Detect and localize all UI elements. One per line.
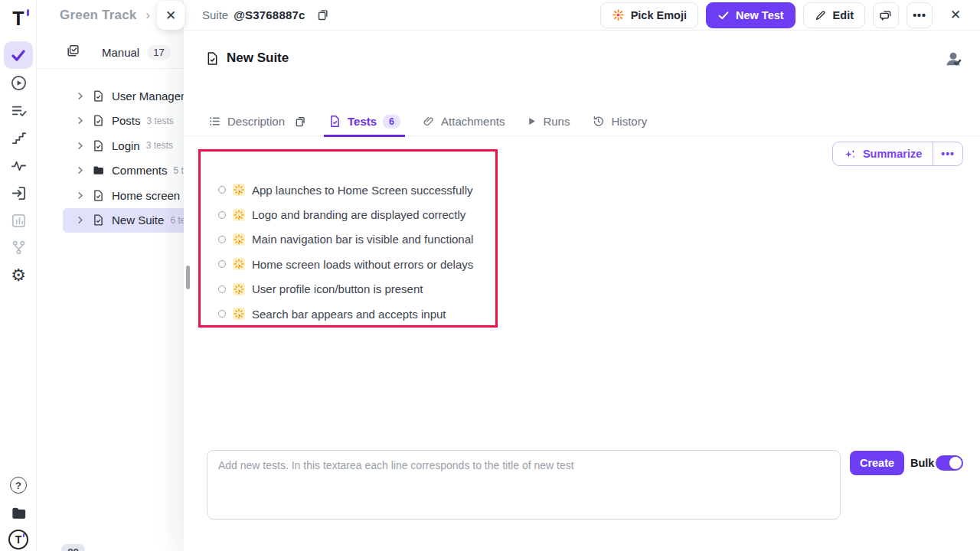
test-row[interactable]: Logo and branding are displayed correctl… [218, 202, 473, 227]
test-row[interactable]: User profile icon/button is present [218, 277, 473, 302]
collision-emoji-icon [233, 283, 245, 295]
test-title[interactable]: Logo and branding are displayed correctl… [252, 208, 466, 221]
close-panel-button[interactable]: ✕ [943, 3, 968, 28]
project-name[interactable]: Green Track [60, 8, 136, 23]
test-row[interactable]: Home screen loads without errors or dela… [218, 252, 473, 276]
bar-chart-icon [10, 212, 28, 230]
test-status-circle[interactable] [218, 310, 226, 318]
test-status-circle[interactable] [218, 260, 226, 268]
question-icon: ? [10, 477, 27, 494]
logo-t-icon: T [12, 9, 24, 28]
suite-id: @S3768887c [234, 8, 305, 21]
test-title[interactable]: Main navigation bar is visible and funct… [252, 233, 473, 246]
copy-id-button[interactable] [316, 8, 329, 21]
suite-doc-icon [92, 90, 105, 103]
panel-close-notch-button[interactable]: ✕ [157, 1, 185, 30]
chevron-right-icon[interactable] [74, 165, 86, 176]
tree-tabs: Manual 17 Automated [37, 37, 198, 69]
edit-button[interactable]: Edit [803, 2, 865, 28]
sidebar-item-steps[interactable] [0, 124, 37, 152]
suite-tabs: Description Tests 6 Attachments Runs His… [184, 107, 980, 136]
tree-item-user-management[interactable]: User Management [63, 83, 198, 109]
add-tests-textarea[interactable] [207, 450, 841, 520]
test-title[interactable]: User profile icon/button is present [252, 282, 423, 295]
sidebar-item-plans[interactable] [0, 96, 37, 124]
account-button[interactable]: T [0, 526, 37, 551]
history-clock-icon [592, 115, 605, 128]
summarize-split-button[interactable]: Summarize ••• [832, 142, 963, 166]
paperclip-icon [423, 116, 435, 128]
new-test-button[interactable]: New Test [706, 2, 795, 28]
sidebar-item-analytics[interactable] [0, 207, 37, 234]
comments-button[interactable] [873, 2, 899, 28]
check-icon [717, 9, 730, 21]
check-icon [9, 46, 28, 64]
tab-tests[interactable]: Tests 6 [328, 107, 400, 136]
test-title[interactable]: Home screen loads without errors or dela… [252, 258, 473, 271]
collision-emoji-icon [612, 8, 625, 21]
test-row[interactable]: Main navigation bar is visible and funct… [218, 227, 473, 252]
create-button[interactable]: Create [850, 451, 904, 475]
tab-description[interactable]: Description [208, 107, 306, 136]
bulk-toggle[interactable] [936, 455, 963, 471]
sidebar-item-pull[interactable] [0, 179, 37, 207]
suite-doc-icon [92, 114, 105, 127]
more-actions-button[interactable]: ••• [906, 2, 933, 28]
more-icon: ••• [913, 9, 926, 21]
tree-item-posts[interactable]: Posts 3 tests [63, 109, 198, 134]
test-status-circle[interactable] [218, 236, 226, 243]
sidebar-item-tests[interactable] [4, 41, 33, 69]
tests-list: App launches to Home Screen successfully… [218, 178, 473, 326]
icon-rail: T ⚙ ? T [0, 0, 37, 551]
chevron-right-icon[interactable] [74, 140, 86, 152]
sidebar-item-pulse[interactable] [0, 152, 37, 179]
test-row[interactable]: App launches to Home Screen successfully [218, 178, 473, 202]
toggle-knob [949, 457, 962, 469]
tree-item-comments[interactable]: Comments 5 tests [63, 158, 198, 184]
tab-manual[interactable]: Manual [102, 46, 139, 59]
chevron-right-icon[interactable] [74, 90, 86, 102]
test-title[interactable]: Search bar appears and accepts input [252, 308, 446, 321]
tree-item-login[interactable]: Login 3 tests [63, 133, 198, 158]
sidebar-item-settings[interactable]: ⚙ [0, 262, 37, 289]
chevron-right-icon[interactable] [74, 190, 86, 201]
chevron-right-icon: › [145, 8, 149, 22]
footer-counter-badge: 88 [61, 544, 85, 551]
tree-item-new-suite[interactable]: New Suite 6 tests [63, 208, 198, 233]
play-icon [527, 116, 537, 126]
suite-doc-icon [92, 139, 105, 152]
page-title: New Suite [227, 51, 289, 66]
help-button[interactable]: ? [0, 471, 37, 499]
test-status-circle[interactable] [218, 285, 226, 293]
tab-runs[interactable]: Runs [527, 107, 570, 136]
sidebar-item-runs[interactable] [0, 69, 37, 96]
watchers-button[interactable] [944, 49, 963, 68]
stairs-icon [10, 129, 28, 147]
pulse-icon [10, 157, 28, 174]
chevron-right-icon[interactable] [74, 214, 86, 226]
chevron-right-icon[interactable] [74, 115, 86, 126]
t-circle-icon: T [8, 530, 28, 549]
suite-tree: User Management Posts 3 tests Login 3 te… [37, 83, 198, 233]
add-tests-form: Create Bulk [184, 450, 980, 551]
collision-emoji-icon [233, 233, 245, 246]
app-logo[interactable]: T [0, 5, 37, 32]
entity-type-label: Suite [202, 8, 228, 21]
summarize-more-button[interactable]: ••• [933, 142, 962, 165]
scrollbar-handle[interactable] [186, 266, 190, 289]
tests-count-badge: 6 [383, 115, 400, 129]
summarize-button[interactable]: Summarize [833, 142, 933, 165]
projects-button[interactable] [0, 499, 37, 527]
tree-item-home-screen[interactable]: Home screen 3 tests [63, 183, 198, 208]
test-status-circle[interactable] [218, 211, 226, 219]
sidebar-item-branches[interactable] [0, 233, 37, 261]
summarize-label: Summarize [863, 148, 922, 160]
test-row[interactable]: Search bar appears and accepts input [218, 302, 473, 326]
suite-detail-panel: ✕ Suite @S3768887c Pick Emoji New Test E… [184, 0, 980, 551]
test-status-circle[interactable] [218, 186, 226, 194]
test-title[interactable]: App launches to Home Screen successfully [252, 184, 472, 197]
tab-history[interactable]: History [592, 107, 647, 136]
pick-emoji-button[interactable]: Pick Emoji [600, 2, 698, 28]
tab-attachments[interactable]: Attachments [423, 107, 505, 136]
copy-description-button[interactable] [294, 116, 306, 128]
